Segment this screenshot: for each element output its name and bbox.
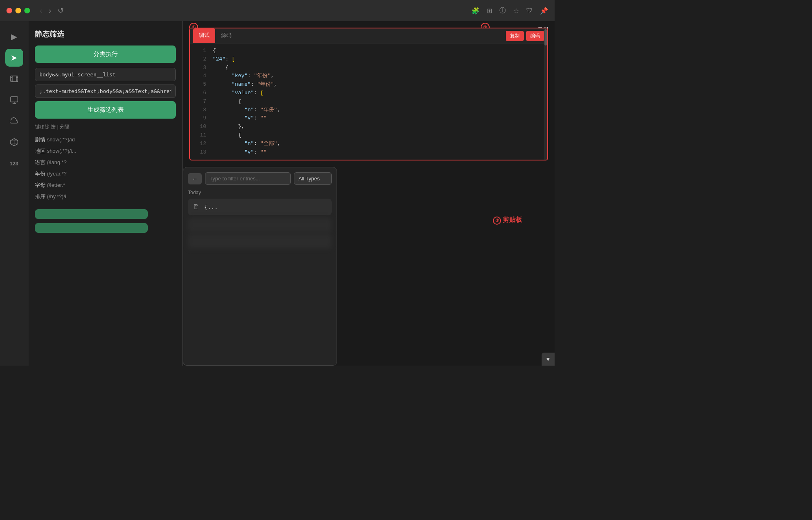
editor-tab-actions: 复制 编码 (506, 31, 544, 41)
titlebar-icon-row: 🧩 ⊞ ⓘ ☆ 🛡 📌 (471, 6, 548, 15)
code-line: 8 "n": "年份", (190, 106, 547, 115)
forward-nav-button[interactable]: › (47, 6, 53, 16)
editor-area: 调试 源码 复制 编码 1 { 2 "24": [ (189, 28, 548, 160)
input-field-2[interactable] (35, 84, 176, 98)
filter-search-input[interactable] (205, 172, 291, 185)
down-arrow-button[interactable]: ▼ (542, 353, 555, 366)
extra-btn-1[interactable] (35, 209, 148, 219)
left-panel: 静态筛选 分类执行 生成筛选列表 键移除 按 | 分隔 剧情 show(.*?)… (28, 21, 183, 366)
list-item: 年份 (/year.*? (35, 169, 176, 179)
sidebar-item-arrow[interactable]: ▶ (5, 28, 23, 46)
traffic-lights (6, 8, 30, 13)
sidebar-item-numbers[interactable]: 123 (5, 154, 23, 172)
extra-btn-2[interactable] (35, 223, 148, 233)
list-item: 排序 (/by.*?)/i (35, 191, 176, 202)
sidebar-item-cube[interactable] (5, 133, 23, 151)
panel-title: 静态筛选 (35, 29, 176, 39)
nav-buttons: ‹ › ↺ (38, 5, 65, 16)
info-icon[interactable]: ⓘ (499, 6, 506, 15)
encode-button[interactable]: 编码 (526, 31, 544, 41)
filter-back-button[interactable]: ← (188, 173, 202, 184)
list-item: 地区 show(.*?)/i... (35, 146, 176, 156)
refresh-nav-button[interactable]: ↺ (56, 5, 65, 16)
code-line: 12 "n": "全部", (190, 140, 547, 148)
list-item: 剧情 show(.*?)/id (35, 134, 176, 145)
code-line: 6 "value": [ (190, 89, 547, 98)
editor-scrollbar[interactable] (544, 28, 547, 160)
hint-text: 键移除 按 | 分隔 (35, 124, 176, 130)
sidebar-item-monitor[interactable] (5, 91, 23, 109)
minimize-button[interactable] (15, 8, 21, 13)
back-nav-button[interactable]: ‹ (38, 6, 44, 16)
code-line: 10 }, (190, 123, 547, 131)
code-line: 11 { (190, 131, 547, 140)
close-button[interactable] (6, 8, 12, 13)
svg-rect-7 (11, 97, 18, 102)
code-line: 7 { (190, 98, 547, 106)
code-line: 9 "v": "" (190, 114, 547, 123)
code-line: 1 { (190, 47, 547, 55)
code-editor[interactable]: 1 { 2 "24": [ 3 { 4 "key": "年份", 5 (190, 43, 547, 160)
section-label: Today (188, 190, 332, 195)
grid-icon[interactable]: ⊞ (487, 7, 492, 15)
sidebar-item-film[interactable] (5, 70, 23, 88)
tab-source[interactable]: 源码 (215, 28, 237, 43)
maximize-button[interactable] (24, 8, 30, 13)
code-line: 5 "name": "年份", (190, 80, 547, 89)
list-item: 语言 (/lang.*? (35, 157, 176, 168)
blurred-item-2 (188, 234, 332, 249)
pin-icon[interactable]: 📌 (540, 7, 548, 15)
sidebar-icon-rail: ▶ ➤ (0, 21, 28, 366)
shield-icon[interactable]: 🛡 (526, 7, 533, 14)
code-line: 3 { (190, 64, 547, 72)
main-layout: ▶ ➤ (0, 21, 555, 366)
entry-item[interactable]: 🗎 {... (188, 199, 332, 215)
star-icon[interactable]: ☆ (513, 7, 519, 15)
clipboard-label: ③剪贴板 (493, 216, 522, 225)
filter-popup: ← All Types String Array Object Today 🗎 (183, 167, 337, 366)
editor-tabs: 调试 源码 复制 编码 (190, 28, 547, 43)
types-dropdown[interactable]: All Types String Array Object (294, 172, 332, 185)
document-icon: 🗎 (193, 203, 200, 211)
filter-search-row: ← All Types String Array Object (188, 172, 332, 185)
editor-scrollbar-thumb[interactable] (544, 29, 547, 46)
code-line: 13 "v": "" (190, 148, 547, 157)
generate-filter-button[interactable]: 生成筛选列表 (35, 101, 176, 119)
bottom-area: ← All Types String Array Object Today 🗎 (183, 167, 555, 366)
blurred-item-1 (188, 218, 332, 232)
puzzle-icon[interactable]: 🧩 (471, 7, 479, 15)
copy-button[interactable]: 复制 (506, 31, 524, 41)
right-panel: 示例 ① ② 调试 源码 复制 编码 1 { (183, 21, 555, 366)
entry-label: {... (204, 204, 218, 210)
titlebar: ‹ › ↺ 🧩 ⊞ ⓘ ☆ 🛡 📌 (0, 0, 555, 21)
svg-rect-0 (11, 76, 18, 82)
annotation-3: ③ (493, 217, 501, 225)
sidebar-item-terminal[interactable]: ➤ (5, 49, 23, 67)
input-field-1[interactable] (35, 68, 176, 81)
code-line: 2 "24": [ (190, 55, 547, 64)
code-line: 4 "key": "年份", (190, 72, 547, 80)
tab-debug[interactable]: 调试 (193, 28, 215, 43)
list-item: 字母 (/letter.* (35, 180, 176, 191)
classify-execute-button[interactable]: 分类执行 (35, 46, 176, 63)
sidebar-item-cloud[interactable] (5, 112, 23, 130)
